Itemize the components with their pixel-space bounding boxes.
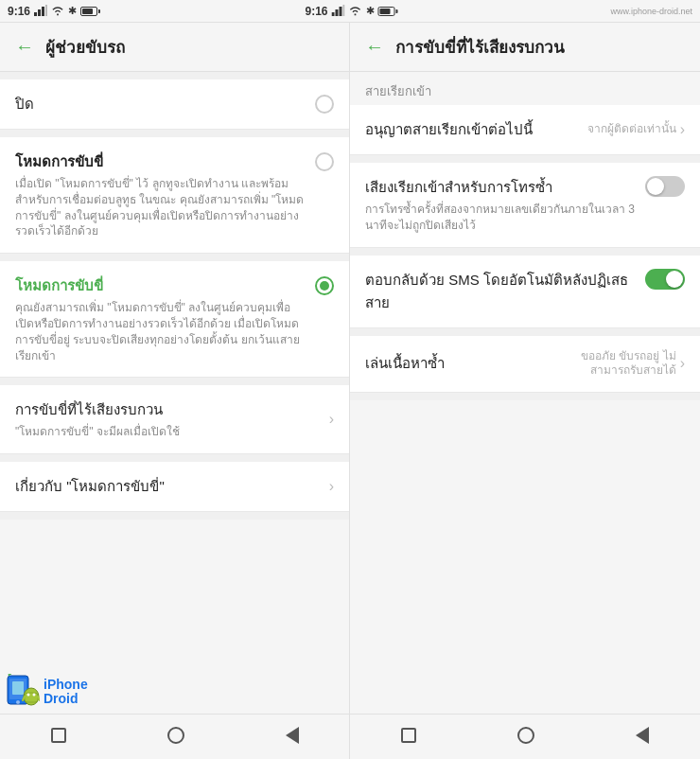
item-title: เกี่ยวกับ "โหมดการขับขี่"	[15, 475, 322, 498]
left-panel: ← ผู้ช่วยขับรถ ปิด โหมดการขับขี่	[0, 23, 350, 714]
chevron-icon: ›	[680, 355, 685, 372]
item-title: โหมดการขับขี่	[15, 274, 307, 297]
item-title: เสียงเรียกเข้าสำหรับการโทรซ้ำ	[365, 176, 638, 199]
chevron-icon: ›	[329, 478, 334, 495]
right-panel-title: การขับขี่ที่ไร้เสียงรบกวน	[395, 34, 565, 60]
item-right-value: จากผู้ติดต่อเท่านั้น	[587, 122, 680, 137]
item-title: อนุญาตสายเรียกเข้าต่อไปนี้	[365, 118, 580, 141]
battery-icon-right	[378, 7, 395, 16]
status-bar: 9:16 ✱ 9:16	[0, 0, 700, 23]
status-time-left: 9:16	[8, 5, 30, 18]
svg-rect-2	[42, 7, 44, 16]
list-item[interactable]: โหมดการขับขี่ คุณยังสามารถเพิ่ม "โหมดการ…	[0, 261, 349, 378]
right-panel-header: ← การขับขี่ที่ไร้เสียงรบกวน	[350, 23, 700, 72]
logo-icon	[4, 674, 40, 710]
list-item[interactable]: เกี่ยวกับ "โหมดการขับขี่" ›	[0, 462, 349, 512]
status-time-right: 9:16	[305, 5, 327, 18]
item-subtitle: คุณยังสามารถเพิ่ม "โหมดการขับขี่" ลงในศู…	[15, 300, 307, 363]
svg-rect-13	[25, 693, 38, 702]
chevron-icon: ›	[680, 121, 685, 138]
nav-home-left[interactable]	[167, 727, 184, 748]
item-title: เล่นเนื้อหาซ้ำ	[365, 352, 559, 375]
svg-rect-4	[332, 12, 335, 16]
logo-text-droid: Droid	[44, 692, 88, 706]
right-panel: ← การขับขี่ที่ไร้เสียงรบกวน สายเรียกเข้า…	[350, 23, 700, 714]
bluetooth-icon-left: ✱	[68, 5, 77, 17]
svg-rect-5	[336, 9, 339, 16]
radio-off[interactable]	[315, 95, 334, 114]
list-item[interactable]: โหมดการขับขี่ เมื่อเปิด "โหมดการขับขี่" …	[0, 137, 349, 254]
right-settings-list: สายเรียกเข้า อนุญาตสายเรียกเข้าต่อไปนี้ …	[350, 72, 700, 714]
toggle-repeated-calls[interactable]	[645, 176, 685, 197]
svg-rect-1	[38, 9, 41, 16]
item-right-value: ขออภัย ขับรถอยู่ ไม่สามารถรับสายได้	[567, 349, 680, 379]
item-title: การขับขี่ที่ไร้เสียงรบกวน	[15, 398, 322, 421]
nav-recents-right[interactable]	[401, 728, 416, 747]
item-subtitle: "โหมดการขับขี่" จะมีผลเมื่อเปิดใช้	[15, 424, 322, 440]
list-item[interactable]: ปิด	[0, 79, 349, 130]
right-back-button[interactable]: ←	[365, 36, 384, 58]
chevron-icon: ›	[329, 411, 334, 428]
item-title: โหมดการขับขี่	[15, 150, 307, 173]
item-title: ตอบกลับด้วย SMS โดยอัตโนมัติหลังปฏิเสธสา…	[365, 269, 638, 314]
logo-text-block: iPhone Droid	[44, 678, 88, 707]
toggle-auto-reply[interactable]	[645, 269, 685, 290]
svg-rect-6	[340, 7, 342, 16]
radio-mode-2[interactable]	[315, 276, 334, 295]
svg-rect-0	[34, 12, 37, 16]
wifi-icon-left	[51, 5, 64, 18]
bottom-nav	[0, 714, 700, 759]
wifi-icon-right	[349, 5, 362, 18]
nav-home-right[interactable]	[517, 727, 534, 748]
signal-icon-right	[332, 5, 345, 18]
nav-back-left[interactable]	[286, 727, 299, 748]
watermark: www.iphone-droid.net	[603, 7, 700, 16]
nav-recents-left[interactable]	[51, 728, 66, 747]
left-back-button[interactable]: ←	[15, 36, 34, 58]
bottom-nav-right	[350, 715, 700, 759]
signal-icon-left	[34, 5, 47, 18]
list-item[interactable]: เล่นเนื้อหาซ้ำ ขออภัย ขับรถอยู่ ไม่สามาร…	[350, 336, 700, 393]
bottom-nav-left	[0, 715, 350, 759]
svg-rect-10	[12, 681, 24, 695]
list-item[interactable]: อนุญาตสายเรียกเข้าต่อไปนี้ จากผู้ติดต่อเ…	[350, 105, 700, 155]
svg-point-15	[33, 694, 36, 697]
svg-rect-3	[45, 5, 47, 16]
svg-rect-7	[343, 5, 345, 16]
item-subtitle: การโทรซ้ำครั้งที่สองจากหมายเลขเดียวกันภา…	[365, 202, 638, 234]
item-title: ปิด	[15, 93, 307, 115]
left-panel-title: ผู้ช่วยขับรถ	[45, 34, 125, 60]
left-panel-header: ← ผู้ช่วยขับรถ	[0, 23, 349, 72]
list-item[interactable]: เสียงเรียกเข้าสำหรับการโทรซ้ำ การโทรซ้ำค…	[350, 163, 700, 248]
svg-point-14	[27, 694, 30, 697]
bluetooth-icon-right: ✱	[366, 5, 375, 17]
nav-back-right[interactable]	[636, 727, 649, 748]
logo-text-iphone: iPhone	[44, 678, 88, 692]
list-item[interactable]: การขับขี่ที่ไร้เสียงรบกวน "โหมดการขับขี่…	[0, 385, 349, 454]
left-settings-list: ปิด โหมดการขับขี่ เมื่อเปิด "โหมดการขับข…	[0, 72, 349, 714]
item-subtitle: เมื่อเปิด "โหมดการขับขี่" ไว้ ลูกทูจะเปิ…	[15, 176, 307, 239]
svg-point-11	[16, 700, 20, 704]
battery-icon-left	[80, 7, 97, 16]
logo-area: iPhone Droid	[4, 674, 88, 710]
section-header: สายเรียกเข้า	[350, 72, 700, 105]
list-item[interactable]: ตอบกลับด้วย SMS โดยอัตโนมัติหลังปฏิเสธสา…	[350, 256, 700, 328]
radio-mode-1[interactable]	[315, 152, 334, 171]
